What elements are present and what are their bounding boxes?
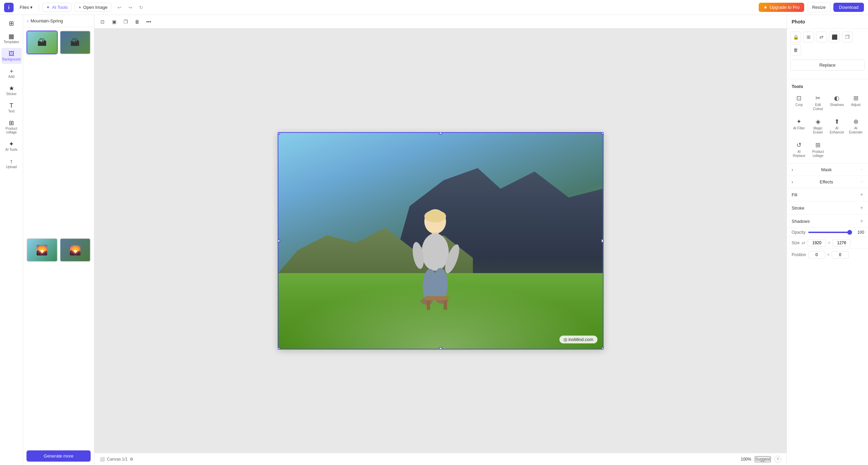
undo-button[interactable]: ↩ xyxy=(115,3,124,12)
ai-filter-icon: ✦ xyxy=(796,118,801,125)
size-width-input[interactable] xyxy=(808,239,826,247)
files-chevron: ▾ xyxy=(30,5,33,10)
tool-ai-extender[interactable]: ⊕ AI Extender xyxy=(847,115,865,137)
handle-mid-left[interactable] xyxy=(278,239,280,243)
sidebar-item-add[interactable]: ＋ Add xyxy=(1,65,22,81)
handle-bot-center[interactable] xyxy=(439,347,442,350)
generate-more-button[interactable]: Generate more xyxy=(26,450,91,462)
open-image-icon: + xyxy=(78,5,81,10)
canvas-page-label: Canvas 1/1 xyxy=(107,457,128,462)
canvas-image[interactable]: ◎ insMind.com ↻ xyxy=(278,132,604,350)
svg-point-7 xyxy=(433,268,448,301)
sidebar-item-home[interactable]: ⊞ xyxy=(1,18,22,29)
handle-top-center[interactable] xyxy=(439,132,442,135)
thumbnail-3[interactable]: 🌄 xyxy=(26,238,58,262)
mask-header[interactable]: › Mask ⋯ xyxy=(787,164,868,176)
position-x-input[interactable] xyxy=(808,251,825,258)
magic-eraser-icon: ◈ xyxy=(816,118,820,125)
replace-button[interactable]: Replace xyxy=(790,59,865,71)
ai-tools-button[interactable]: ✦ AI Tools xyxy=(42,3,71,12)
sidebar-item-ai-tools[interactable]: ✦ AI Tools xyxy=(1,138,22,154)
help-button[interactable]: ? xyxy=(774,456,781,463)
stroke-add-icon[interactable]: + xyxy=(860,205,863,211)
templates-icon: ▦ xyxy=(8,33,14,39)
main-layout: ⊞ ▦ Templates 🖼 Background ＋ Add ★ Stick… xyxy=(0,15,868,465)
align-button[interactable]: ⬛ xyxy=(829,32,840,42)
thumbnail-2[interactable]: 🏔 xyxy=(60,31,91,54)
size-height-input[interactable] xyxy=(832,239,851,247)
position-y-input[interactable] xyxy=(832,251,849,258)
handle-top-left[interactable] xyxy=(278,132,280,135)
handle-bot-left[interactable] xyxy=(278,347,280,350)
tools-section-title: Tools xyxy=(787,81,868,90)
topbar: i Files ▾ ✦ AI Tools + Open Image ↩ ↪ ↻ … xyxy=(0,0,868,15)
flip-button[interactable]: ⇄ xyxy=(816,32,827,42)
redo-button[interactable]: ↪ xyxy=(126,3,135,12)
thumbnail-4[interactable]: 🌄 xyxy=(60,238,91,262)
resize-button[interactable]: Resize xyxy=(807,2,831,12)
tool-adjust[interactable]: ⊞ Adjust xyxy=(847,92,865,114)
left-panel-header: ‹ Mountain-Spring xyxy=(23,15,94,27)
stroke-header[interactable]: Stroke + xyxy=(787,201,868,214)
ai-tools-sidebar-icon: ✦ xyxy=(9,141,14,147)
thumbnail-1[interactable]: 🏔 xyxy=(26,31,58,54)
back-button[interactable]: ‹ xyxy=(27,19,29,23)
open-image-button[interactable]: + Open Image xyxy=(75,3,111,12)
bottom-bar: ⬜ Canvas 1/1 ⚙ 100% Suggest ? xyxy=(94,453,787,465)
group-button[interactable]: ⊞ xyxy=(803,32,814,42)
canvas-duplicate-tool[interactable]: ❐ xyxy=(121,17,130,26)
tool-ai-replace[interactable]: ↺ AI Replace xyxy=(790,139,808,161)
right-sidebar: Photo 🔒 ⊞ ⇄ ⬛ ❐ 🗑 Replace Tools ⊡ Crop xyxy=(787,15,868,465)
watermark: ◎ insMind.com xyxy=(559,336,597,343)
lock-button[interactable]: 🔒 xyxy=(790,32,801,42)
files-menu[interactable]: Files ▾ xyxy=(17,3,35,11)
sidebar-item-background[interactable]: 🖼 Background xyxy=(1,48,22,64)
shadows-title: Shadows xyxy=(792,219,810,224)
magic-eraser-label: Magic Eraser xyxy=(811,126,826,135)
canvas-more-tool[interactable]: ••• xyxy=(144,17,153,26)
tool-magic-eraser[interactable]: ◈ Magic Eraser xyxy=(809,115,827,137)
ai-replace-icon: ↺ xyxy=(796,141,801,149)
size-link-icon[interactable]: ⇄ xyxy=(801,240,806,246)
shadows-add-icon[interactable]: + xyxy=(860,218,863,224)
left-panel: ‹ Mountain-Spring 🏔 🏔 🌄 xyxy=(23,15,94,465)
tool-ai-filter[interactable]: ✦ AI Filter xyxy=(790,115,808,137)
download-button[interactable]: Download xyxy=(833,3,864,12)
effects-title: Effects xyxy=(820,179,833,184)
effects-header[interactable]: › Effects ⋯ xyxy=(787,176,868,188)
tool-crop[interactable]: ⊡ Crop xyxy=(790,92,808,114)
sidebar-item-text[interactable]: T Text xyxy=(1,100,22,116)
fill-add-icon[interactable]: + xyxy=(860,192,863,198)
copy-button[interactable]: ❐ xyxy=(842,32,853,42)
handle-bot-right[interactable] xyxy=(601,347,604,350)
canvas-settings-icon: ⚙ xyxy=(130,457,133,462)
ai-filter-label: AI Filter xyxy=(793,126,805,130)
position-section: Position × xyxy=(787,249,868,261)
divider-1 xyxy=(787,79,868,79)
text-label: Text xyxy=(8,109,14,113)
canvas-wrapper[interactable]: ◎ insMind.com ↻ xyxy=(94,29,787,453)
sidebar-item-sticker[interactable]: ★ Sticker xyxy=(1,83,22,99)
tool-product-collage[interactable]: ⊞ Product collage xyxy=(809,139,827,161)
canvas-delete-tool[interactable]: 🗑 xyxy=(132,17,142,26)
canvas-select-tool[interactable]: ⊡ xyxy=(98,17,107,26)
tool-edit-cutout[interactable]: ✂ Edit Cutout xyxy=(809,92,827,114)
delete-button[interactable]: 🗑 xyxy=(790,44,801,55)
text-icon: T xyxy=(10,103,13,109)
topbar-separator xyxy=(39,4,39,11)
sidebar-item-templates[interactable]: ▦ Templates xyxy=(1,31,22,47)
canvas-crop-frame-tool[interactable]: ▣ xyxy=(109,17,119,26)
handle-mid-right[interactable] xyxy=(601,239,604,243)
handle-top-right[interactable] xyxy=(601,132,604,135)
right-icon-row: 🔒 ⊞ ⇄ ⬛ ❐ 🗑 xyxy=(790,32,865,55)
upgrade-button[interactable]: ★ Upgrade to Pro xyxy=(759,3,804,12)
fill-header[interactable]: Fill + xyxy=(787,188,868,201)
tool-ai-enhancer[interactable]: ⬆ AI Enhancer xyxy=(828,115,846,137)
suggest-button[interactable]: Suggest xyxy=(755,456,771,462)
opacity-slider[interactable] xyxy=(808,232,852,233)
tool-shadows[interactable]: ◐ Shadows xyxy=(828,92,846,114)
redo-forward-button[interactable]: ↻ xyxy=(136,3,146,12)
shadows-header[interactable]: Shadows + xyxy=(787,215,868,228)
sidebar-item-product-collage[interactable]: ⊞ Product collage xyxy=(1,117,22,137)
sidebar-item-upload[interactable]: ↑ Upload xyxy=(1,156,22,172)
